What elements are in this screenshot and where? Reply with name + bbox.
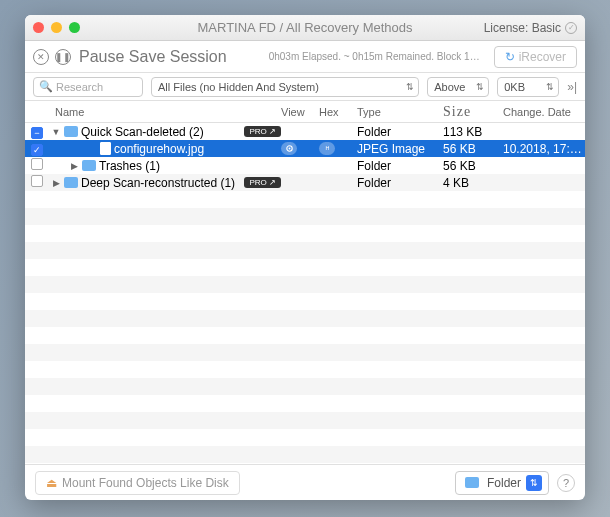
pro-badge: PRO ↗ [244, 177, 281, 188]
item-label: Trashes (1) [99, 159, 281, 173]
search-icon: 🔍 [39, 80, 53, 93]
table-row [25, 344, 585, 361]
header-type[interactable]: Type [357, 106, 443, 118]
pro-badge: PRO ↗ [244, 126, 281, 137]
view-icon[interactable] [281, 142, 297, 155]
header-hex[interactable]: Hex [319, 106, 357, 118]
column-headers: Name View Hex Type Size Change. Date [25, 101, 585, 123]
svg-point-1 [288, 147, 290, 149]
cancel-button[interactable]: ✕ [33, 49, 49, 65]
header-date[interactable]: Change. Date [503, 106, 585, 118]
table-row [25, 191, 585, 208]
type-cell: Folder [357, 176, 443, 190]
table-row [25, 327, 585, 344]
header-view[interactable]: View [281, 106, 319, 118]
footer: ⏏ Mount Found Objects Like Disk Folder ⇅… [25, 464, 585, 500]
window-title: MARTINA FD / All Recovery Methods [197, 20, 412, 35]
table-row [25, 276, 585, 293]
table-row [25, 259, 585, 276]
name-cell: ▶Deep Scan-reconstructed (1)PRO ↗ [49, 176, 281, 190]
help-button[interactable]: ? [557, 474, 575, 492]
position-select[interactable]: Above [427, 77, 489, 97]
file-list: −▼Quick Scan-deleted (2)PRO ↗Folder113 K… [25, 123, 585, 464]
window-controls [33, 22, 80, 33]
destination-select[interactable]: Folder ⇅ [455, 471, 549, 495]
name-cell: ▼Quick Scan-deleted (2)PRO ↗ [49, 125, 281, 139]
name-cell: ▶Trashes (1) [49, 159, 281, 173]
svg-text:H: H [325, 145, 329, 151]
folder-icon [82, 160, 96, 171]
size-cell: 4 KB [443, 176, 503, 190]
mount-button[interactable]: ⏏ Mount Found Objects Like Disk [35, 471, 240, 495]
table-row [25, 310, 585, 327]
table-row [25, 242, 585, 259]
disk-icon: ⏏ [46, 476, 57, 490]
session-label: Pause Save Session [79, 48, 227, 66]
table-row[interactable]: ▶Trashes (1)Folder56 KB [25, 157, 585, 174]
table-row [25, 446, 585, 463]
table-row [25, 429, 585, 446]
toolbar: ✕ ❚❚ Pause Save Session 0h03m Elapsed. ~… [25, 41, 585, 73]
file-filter-select[interactable]: All Files (no Hidden And System) [151, 77, 419, 97]
titlebar: MARTINA FD / All Recovery Methods Licens… [25, 15, 585, 41]
size-cell: 56 KB [443, 142, 503, 156]
folder-icon [64, 126, 78, 137]
status-text: 0h03m Elapsed. ~ 0h15m Remained. Block 1… [269, 51, 480, 62]
type-cell: Folder [357, 125, 443, 139]
date-cell: 10.2018, 17:… [503, 142, 585, 156]
item-label: Quick Scan-deleted (2) [81, 125, 244, 139]
disclosure-icon[interactable]: ▼ [51, 127, 61, 137]
hex-icon[interactable]: H [319, 142, 335, 155]
name-cell: configurehow.jpg [49, 142, 281, 156]
table-row[interactable]: ▶Deep Scan-reconstructed (1)PRO ↗Folder4… [25, 174, 585, 191]
disclosure-icon[interactable]: ▶ [69, 161, 79, 171]
chevron-updown-icon: ⇅ [526, 475, 542, 491]
folder-icon [465, 477, 479, 488]
file-icon [100, 142, 111, 155]
table-row [25, 208, 585, 225]
table-row[interactable]: ✓configurehow.jpgHJPEG Image56 KB10.2018… [25, 140, 585, 157]
table-row [25, 225, 585, 242]
app-window: MARTINA FD / All Recovery Methods Licens… [25, 15, 585, 500]
header-name[interactable]: Name [49, 106, 281, 118]
size-cell: 113 KB [443, 125, 503, 139]
table-row[interactable]: −▼Quick Scan-deleted (2)PRO ↗Folder113 K… [25, 123, 585, 140]
row-checkbox[interactable] [31, 175, 43, 187]
checkmark-icon: ✓ [565, 22, 577, 34]
header-size[interactable]: Size [443, 104, 503, 120]
row-checkbox[interactable]: ✓ [31, 144, 43, 156]
filter-bar: 🔍 Research All Files (no Hidden And Syst… [25, 73, 585, 101]
license-label[interactable]: License: Basic ✓ [484, 21, 577, 35]
table-row [25, 395, 585, 412]
row-checkbox[interactable]: − [31, 127, 43, 139]
pause-button[interactable]: ❚❚ [55, 49, 71, 65]
type-cell: JPEG Image [357, 142, 443, 156]
zoom-icon[interactable] [69, 22, 80, 33]
table-row [25, 361, 585, 378]
item-label: configurehow.jpg [114, 142, 281, 156]
recover-button[interactable]: ↻ iRecover [494, 46, 577, 68]
size-cell: 56 KB [443, 159, 503, 173]
refresh-icon: ↻ [505, 50, 515, 64]
table-row [25, 412, 585, 429]
type-cell: Folder [357, 159, 443, 173]
search-input[interactable]: 🔍 Research [33, 77, 143, 97]
minimize-icon[interactable] [51, 22, 62, 33]
size-filter-select[interactable]: 0KB [497, 77, 559, 97]
row-checkbox[interactable] [31, 158, 43, 170]
table-row [25, 378, 585, 395]
close-icon[interactable] [33, 22, 44, 33]
table-row [25, 293, 585, 310]
item-label: Deep Scan-reconstructed (1) [81, 176, 244, 190]
more-options-icon[interactable]: »| [567, 80, 577, 94]
disclosure-icon[interactable]: ▶ [51, 178, 61, 188]
folder-icon [64, 177, 78, 188]
